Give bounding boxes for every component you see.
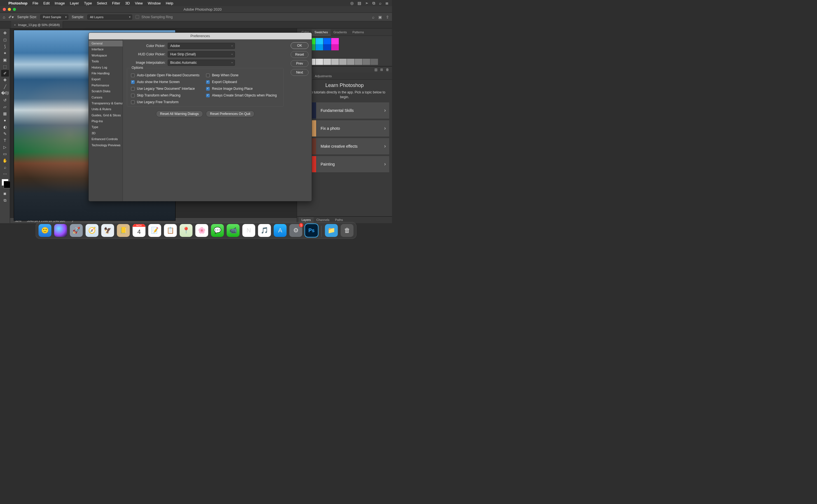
menu-view[interactable]: View — [135, 1, 143, 5]
learn-item[interactable]: Fix a photo› — [300, 120, 389, 136]
prefs-category[interactable]: Export — [89, 76, 123, 82]
dock-notes-icon[interactable]: 📝 — [148, 224, 161, 237]
prefs-category[interactable]: Enhanced Controls — [89, 136, 123, 142]
color-panel-tab-2[interactable]: Gradients — [331, 29, 350, 36]
menu-layer[interactable]: Layer — [70, 1, 79, 5]
airdrop-icon[interactable]: ➣ — [365, 1, 368, 6]
spotlight-icon[interactable]: ⌕ — [379, 1, 381, 6]
prefs-category[interactable]: Type — [89, 124, 123, 130]
swatch[interactable] — [370, 59, 378, 65]
delete-swatch-icon[interactable]: 🗑 — [386, 68, 389, 72]
chat-icon[interactable]: ▤ — [358, 1, 361, 6]
tool-edit-toolbar[interactable]: ⋯ — [1, 171, 9, 177]
tool-move[interactable]: ✥ — [1, 30, 9, 36]
dock-photoshop-icon[interactable]: Ps — [305, 224, 318, 237]
swatch[interactable] — [363, 59, 370, 65]
tool-quick-select[interactable]: ✦ — [1, 50, 9, 56]
tool-zoom[interactable]: ⌕ — [1, 164, 9, 171]
prefs-category[interactable]: Transparency & Gamut — [89, 100, 123, 106]
prefs-category[interactable]: File Handling — [89, 70, 123, 76]
swatch[interactable] — [331, 59, 339, 65]
menu-edit[interactable]: Edit — [43, 1, 50, 5]
pref-checkbox-0[interactable]: Auto-Update Open File-based Documents — [131, 73, 205, 77]
menu-file[interactable]: File — [32, 1, 38, 5]
menu-select[interactable]: Select — [97, 1, 107, 5]
swatch[interactable] — [339, 59, 347, 65]
tool-blur[interactable]: ● — [1, 117, 9, 124]
tool-path-select[interactable]: ▷ — [1, 144, 9, 150]
color-picker-select[interactable]: Adobe — [168, 43, 235, 49]
dock-systemprefs-icon[interactable]: ⚙︎1 — [290, 224, 302, 237]
cc-icon[interactable]: ◎ — [350, 1, 354, 6]
pref-checkbox-7[interactable]: Always Create Smart Objects when Placing — [206, 93, 280, 97]
color-panel-tab-3[interactable]: Patterns — [350, 29, 367, 36]
close-tab-icon[interactable]: × — [14, 23, 16, 27]
prefs-category[interactable]: 3D — [89, 130, 123, 136]
reset-on-quit-button[interactable]: Reset Preferences On Quit — [206, 110, 255, 117]
reset-button[interactable]: Reset — [291, 51, 309, 58]
pref-checkbox-8[interactable]: Use Legacy Free Transform — [131, 100, 205, 104]
menu-help[interactable]: Help — [166, 1, 173, 5]
dock-reminders-icon[interactable]: 📋 — [164, 224, 177, 237]
dock-messages-icon[interactable]: 💬 — [211, 224, 224, 237]
home-icon[interactable]: ⌂ — [3, 15, 5, 19]
next-button[interactable]: Next — [291, 69, 309, 76]
tool-eraser[interactable]: ▱ — [1, 103, 9, 110]
window-zoom-button[interactable] — [13, 8, 16, 11]
prefs-category[interactable]: Guides, Grid & Slices — [89, 112, 123, 118]
dock-safari-icon[interactable]: 🧭 — [86, 224, 98, 237]
tool-brush[interactable]: ╱ — [1, 83, 9, 90]
prefs-category[interactable]: Plug-Ins — [89, 118, 123, 124]
hud-picker-select[interactable]: Hue Strip (Small) — [168, 51, 235, 57]
color-panel-tab-1[interactable]: Swatches — [312, 29, 331, 36]
lib-panel-tab-1[interactable]: Adjustments — [312, 73, 335, 79]
pref-checkbox-4[interactable]: Use Legacy “New Document” Interface — [131, 87, 205, 91]
control-center-icon[interactable]: ≣ — [385, 1, 389, 6]
tool-eyedropper[interactable]: ✐ — [1, 70, 9, 77]
dock-mail-icon[interactable]: 🦅 — [101, 224, 114, 237]
prefs-category[interactable]: Units & Rulers — [89, 106, 123, 112]
dock-facetime-icon[interactable]: 📹 — [227, 224, 240, 237]
swatch[interactable] — [323, 59, 331, 65]
tool-dodge[interactable]: ◐ — [1, 124, 9, 130]
pref-checkbox-3[interactable]: Export Clipboard — [206, 80, 280, 84]
tool-frame[interactable]: ⬚ — [1, 63, 9, 70]
tool-clone[interactable]: �印 — [1, 90, 9, 97]
tool-shape[interactable]: ▭ — [1, 150, 9, 157]
tool-healing[interactable]: ✚ — [1, 77, 9, 83]
menu-filter[interactable]: Filter — [112, 1, 120, 5]
prefs-category[interactable]: Interface — [89, 46, 123, 52]
foreground-background-color[interactable] — [2, 179, 8, 186]
swatch[interactable] — [331, 38, 339, 44]
pref-checkbox-1[interactable]: Beep When Done — [206, 73, 280, 77]
dock-maps-icon[interactable]: 📍 — [180, 224, 192, 237]
swatch[interactable] — [323, 44, 331, 50]
prefs-category[interactable]: History Log — [89, 65, 123, 70]
pref-checkbox-5[interactable]: Resize Image During Place — [206, 87, 280, 91]
dock-downloads-icon[interactable]: 📁 — [325, 224, 338, 237]
prev-button[interactable]: Prev — [291, 60, 309, 67]
menu-3d[interactable]: 3D — [125, 1, 130, 5]
tool-lasso[interactable]: ⟆ — [1, 43, 9, 50]
dock-calendar-icon[interactable]: NOV4 — [133, 224, 145, 237]
search-icon[interactable]: ⌕ — [372, 15, 374, 19]
dock-appstore-icon[interactable]: A — [274, 224, 287, 237]
tool-screenmode[interactable]: ⧉ — [1, 197, 9, 204]
window-close-button[interactable] — [3, 8, 6, 11]
dock-siri-icon[interactable] — [54, 224, 67, 237]
swatch[interactable] — [347, 59, 355, 65]
prefs-category[interactable]: Technology Previews — [89, 142, 123, 148]
window-minimize-button[interactable] — [8, 8, 11, 11]
tool-quickmask[interactable]: ◙ — [1, 190, 9, 197]
tool-marquee[interactable]: ◻ — [1, 36, 9, 43]
app-name[interactable]: Photoshop — [8, 1, 27, 5]
learn-item[interactable]: Fundamental Skills› — [300, 102, 389, 119]
prefs-category[interactable]: Performance — [89, 83, 123, 88]
prefs-category[interactable]: General — [89, 41, 123, 46]
tool-crop[interactable]: ▣ — [1, 56, 9, 63]
learn-item[interactable]: Painting› — [300, 156, 389, 172]
dock-trash-icon[interactable]: 🗑 — [341, 224, 354, 237]
swatch[interactable] — [355, 59, 362, 65]
pref-checkbox-2[interactable]: Auto show the Home Screen — [131, 80, 205, 84]
dock-photos-icon[interactable]: 🌸 — [195, 224, 208, 237]
